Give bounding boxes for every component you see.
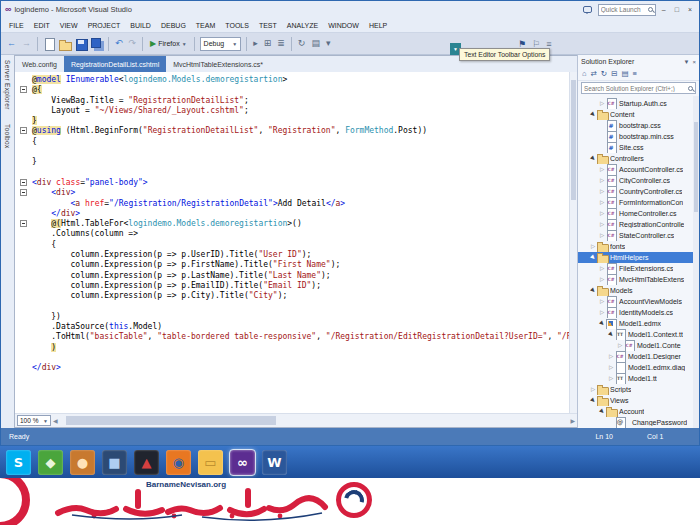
tree-collapsed-arrow-icon[interactable]: ▷ xyxy=(607,351,615,362)
tree-item[interactable]: ▷FileExtensions.cs xyxy=(578,263,699,274)
navigate-backward-icon[interactable]: ← xyxy=(4,37,19,50)
tree-collapsed-arrow-icon[interactable]: ▷ xyxy=(598,98,606,109)
tree-item[interactable]: ▷HomeController.cs xyxy=(578,208,699,219)
code-line[interactable]: @{ xyxy=(15,85,569,95)
tree-collapsed-arrow-icon[interactable]: ▷ xyxy=(607,373,615,384)
fold-toggle-icon[interactable] xyxy=(20,179,27,186)
toolbar-overflow-icon[interactable]: ▾ xyxy=(323,37,334,50)
tree-collapsed-arrow-icon[interactable]: ▷ xyxy=(598,164,606,175)
code-line[interactable]: column.Expression(p => p.City).Title("Ci… xyxy=(15,291,569,301)
tree-item[interactable]: ▷RegistrationControlle xyxy=(578,219,699,230)
tree-item[interactable]: ▷Model1.Conte xyxy=(578,340,699,351)
refresh-icon[interactable]: ↻ xyxy=(295,37,309,50)
properties-icon[interactable]: ≡ xyxy=(633,70,637,78)
tree-item[interactable]: Site.css xyxy=(578,142,699,153)
code-line[interactable]: @(Html.TableFor<logindemo.Models.demoreg… xyxy=(15,219,569,229)
tree-item[interactable]: ▶Content xyxy=(578,109,699,120)
code-line[interactable]: column.Expression(p => p.LastName).Title… xyxy=(15,271,569,281)
tree-item[interactable]: ▷Model1.edmx.diag xyxy=(578,362,699,373)
home-icon[interactable]: ⌂ xyxy=(582,70,587,78)
tree-item[interactable]: ▷Startup.Auth.cs xyxy=(578,98,699,109)
code-line[interactable]: .Columns(column => xyxy=(15,229,569,239)
code-line[interactable]: ViewBag.Title = "RegistrationDetailList"… xyxy=(15,96,569,106)
code-line[interactable]: @model IEnumerable<logindemo.Models.demo… xyxy=(15,75,569,85)
code-line[interactable] xyxy=(15,302,569,312)
collapse-all-icon[interactable]: ⊟ xyxy=(611,70,617,78)
code-line[interactable]: .ToHtml("basicTable", "table-bordered ta… xyxy=(15,332,569,342)
menu-item-edit[interactable]: EDIT xyxy=(29,22,55,29)
tree-collapsed-arrow-icon[interactable]: ▷ xyxy=(598,219,606,230)
code-line[interactable]: ) xyxy=(15,343,569,353)
quick-launch-box[interactable] xyxy=(598,4,656,16)
code-line[interactable]: } xyxy=(15,157,569,167)
tree-item[interactable]: ▷AccountViewModels xyxy=(578,296,699,307)
fold-toggle-icon[interactable] xyxy=(20,86,27,93)
tree-item[interactable]: bootstrap.min.css xyxy=(578,131,699,142)
fold-toggle-icon[interactable] xyxy=(20,220,27,227)
tree-collapsed-arrow-icon[interactable]: ▷ xyxy=(598,197,606,208)
menu-item-window[interactable]: WINDOW xyxy=(323,22,364,29)
taskbar-folder-icon[interactable]: ▭ xyxy=(198,450,223,475)
tree-collapsed-arrow-icon[interactable]: ▷ xyxy=(598,175,606,186)
maximize-button[interactable]: □ xyxy=(672,1,682,18)
menu-item-help[interactable]: HELP xyxy=(364,22,392,29)
menu-item-build[interactable]: BUILD xyxy=(125,22,156,29)
tree-collapsed-arrow-icon[interactable]: ▷ xyxy=(589,384,597,395)
tree-item[interactable]: ▶Account xyxy=(578,406,699,417)
tree-item[interactable]: ▷Model1.Designer xyxy=(578,351,699,362)
code-line[interactable]: </div> xyxy=(15,363,569,373)
code-line[interactable]: <a href="/Registration/RegistrationDetai… xyxy=(15,199,569,209)
tree-item[interactable]: ▶HtmlHelpers xyxy=(578,252,699,263)
editor-vertical-scrollbar[interactable] xyxy=(569,72,577,413)
side-tab-server-explorer[interactable]: Server Explorer xyxy=(4,60,11,110)
menu-item-view[interactable]: VIEW xyxy=(55,22,83,29)
tree-item[interactable]: ▷AccountController.cs xyxy=(578,164,699,175)
taskbar-app-navy-icon[interactable]: ■ xyxy=(102,450,127,475)
code-line[interactable]: <div> xyxy=(15,188,569,198)
menu-item-team[interactable]: TEAM xyxy=(191,22,220,29)
run-button[interactable]: ▶ Firefox ▼ xyxy=(146,40,191,48)
solution-search-input[interactable] xyxy=(584,85,686,92)
tree-item[interactable]: ▷FormInformationCon xyxy=(578,197,699,208)
menu-item-analyze[interactable]: ANALYZE xyxy=(282,22,323,29)
editor-horizontal-scrollbar[interactable] xyxy=(60,416,569,425)
minimize-button[interactable]: – xyxy=(659,1,669,18)
scroll-left-icon[interactable]: ◀ xyxy=(53,417,58,424)
scrollbar-thumb[interactable] xyxy=(571,80,576,200)
side-tab-toolbox[interactable]: Toolbox xyxy=(4,124,11,149)
scrollbar-thumb[interactable] xyxy=(694,122,698,212)
tree-collapsed-arrow-icon[interactable]: ▷ xyxy=(598,263,606,274)
start-without-debugging-icon[interactable]: ▸ xyxy=(250,37,261,50)
document-tab[interactable]: MvcHtmlTableExtensions.cs* xyxy=(166,56,270,72)
close-icon[interactable]: × xyxy=(692,59,696,65)
code-line[interactable] xyxy=(15,353,569,363)
menu-item-file[interactable]: FILE xyxy=(4,22,29,29)
tree-collapsed-arrow-icon[interactable]: ▷ xyxy=(598,230,606,241)
code-line[interactable] xyxy=(15,168,569,178)
redo-icon[interactable]: ↷ xyxy=(126,37,140,50)
tree-item[interactable]: ▶Controllers xyxy=(578,153,699,164)
tree-item[interactable]: ▷Model1.tt xyxy=(578,373,699,384)
menu-item-debug[interactable]: DEBUG xyxy=(156,22,191,29)
refresh-icon[interactable]: ↻ xyxy=(601,70,607,78)
navigate-forward-icon[interactable]: → xyxy=(19,37,34,50)
tree-collapsed-arrow-icon[interactable]: ▷ xyxy=(616,340,624,351)
taskbar-word-icon[interactable]: W xyxy=(262,450,287,475)
feedback-icon[interactable] xyxy=(583,6,592,13)
document-tab[interactable]: Web.config xyxy=(15,56,64,72)
code-line[interactable]: }) xyxy=(15,312,569,322)
quick-launch-input[interactable] xyxy=(601,6,646,13)
menu-item-test[interactable]: TEST xyxy=(254,22,282,29)
code-area[interactable]: @model IEnumerable<logindemo.Models.demo… xyxy=(15,72,569,413)
code-line[interactable]: column.Expression(p => p.FirstName).Titl… xyxy=(15,260,569,270)
tree-item[interactable]: _ChangePassword xyxy=(578,417,699,428)
fold-toggle-icon[interactable] xyxy=(20,189,27,196)
menu-item-project[interactable]: PROJECT xyxy=(83,22,126,29)
tree-item[interactable]: ▷CityController.cs xyxy=(578,175,699,186)
new-file-icon[interactable] xyxy=(43,38,55,50)
tree-item[interactable]: ▶Views xyxy=(578,395,699,406)
tree-collapsed-arrow-icon[interactable]: ▷ xyxy=(589,241,597,252)
undo-icon[interactable]: ↶ xyxy=(112,37,126,50)
tree-item[interactable]: ▶Models xyxy=(578,285,699,296)
switch-views-icon[interactable]: ⇄ xyxy=(591,70,597,78)
